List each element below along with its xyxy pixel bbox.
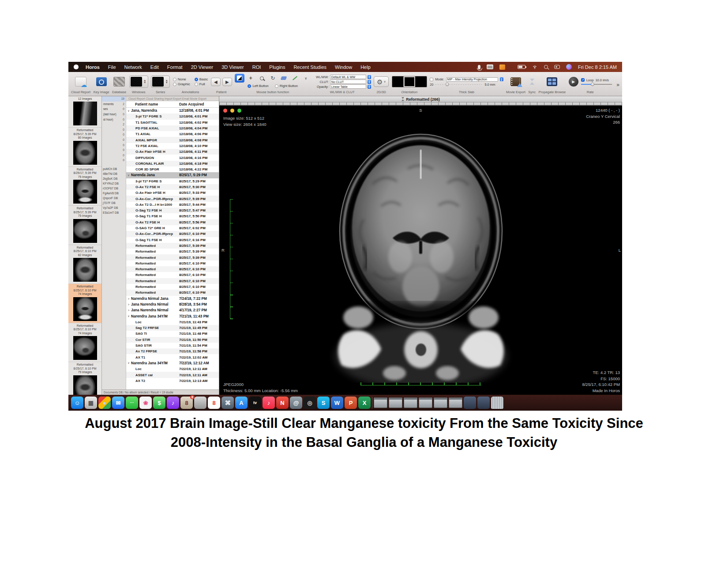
orientation-sagittal-button[interactable] [415, 76, 427, 87]
album-row[interactable]: 0 [102, 153, 126, 158]
toolbar-overflow-chevron[interactable]: » [615, 82, 619, 88]
orientation-coronal-button[interactable] [404, 76, 415, 87]
column-date-acquired[interactable]: Date Acquired [179, 102, 219, 106]
series-row[interactable]: O-Ax T2 FSE H8/25/17, 5:56 PM [126, 219, 219, 225]
menu-item-help[interactable]: Help [360, 64, 371, 70]
next-patient-button[interactable]: ▶ [222, 78, 232, 86]
album-row[interactable]: 0 [102, 147, 126, 153]
dock-utility-gray[interactable] [194, 397, 206, 409]
microphone-icon[interactable] [478, 65, 480, 69]
series-row[interactable]: O-Ax Flair irFSE H8/25/17, 5:33 PM [126, 190, 219, 196]
shared-database-row[interactable]: 4BeTNi DB [102, 172, 126, 177]
shared-database-row[interactable]: puMCh DB [102, 167, 126, 172]
shared-database-row[interactable]: rOOF67 DB [102, 187, 126, 192]
zoom-window-button[interactable] [237, 109, 241, 113]
close-button[interactable] [223, 109, 227, 113]
menu-clock[interactable]: Fri Dec 8 2:15 AM [578, 64, 617, 70]
viewer-canvas[interactable]: Image size: 512 x 512 View size: 2604 x … [219, 106, 622, 395]
dock-minimized-window[interactable] [374, 397, 387, 408]
series-thumbnail[interactable]: Reformatted8/25/17, 6:10 PM82 Images [68, 245, 101, 284]
dock-skype[interactable]: S [317, 397, 330, 409]
series-row[interactable]: SAG TI7/21/19, 11:48 PM [126, 331, 219, 336]
menu-item-network[interactable]: Network [124, 64, 142, 70]
series-row[interactable]: O-Ax-Cor...PGR-IRprep8/25/17, 5:39 PM [126, 196, 219, 201]
shared-database-row[interactable]: KFYRvZ DB [102, 182, 126, 187]
shared-database-row[interactable]: QnpcxF DB [102, 196, 126, 201]
series-row[interactable]: Reformatted8/25/17, 6:10 PM [126, 266, 219, 272]
series-dropdown[interactable]: ▲▼ [151, 76, 170, 88]
files-icon[interactable] [499, 64, 505, 70]
dock-minimized-window[interactable] [389, 397, 402, 408]
disclosure-triangle[interactable]: > [126, 309, 131, 312]
column-patient-name[interactable]: Patient name [126, 102, 179, 106]
dock-finder[interactable]: ☺ [71, 397, 83, 409]
disclosure-triangle[interactable]: > [126, 303, 131, 306]
dock-powerpoint[interactable]: P [345, 397, 357, 409]
opacity-select[interactable]: Linear Table [330, 84, 366, 89]
dock-word[interactable]: W [331, 397, 343, 409]
annotations-full-radio[interactable]: Full [195, 82, 208, 86]
stepper-icon[interactable]: ▲▼ [368, 80, 371, 84]
disclosure-triangle[interactable]: ∨ [126, 174, 131, 177]
left-button-radio[interactable]: Left Button [248, 84, 268, 88]
dock-launchpad[interactable]: ▦ [85, 397, 97, 409]
annotations-basic-radio[interactable]: Basic [195, 77, 208, 81]
thick-slab-mode-checkbox[interactable] [430, 78, 433, 81]
shared-database-row[interactable]: ESs1mT DB [102, 211, 126, 216]
series-thumbnail[interactable]: Reformatted8/25/17, 5:39 PM75 Images [68, 167, 101, 206]
series-row[interactable]: Sag T2 FRFSE7/21/19, 11:45 PM [126, 325, 219, 331]
series-row[interactable]: Cor STIR7/21/19, 11:50 PM [126, 337, 219, 343]
disclosure-triangle[interactable]: ∨ [126, 109, 131, 113]
dock-obs[interactable]: ◎ [304, 397, 316, 409]
album-row[interactable]: 0 [102, 142, 126, 147]
menu-item-edit[interactable]: Edit [150, 64, 159, 70]
disclosure-triangle[interactable]: ∨ [126, 314, 131, 318]
patient-study-row[interactable]: ∨Narendra Jana 34Y/M7/21/19, 11:43 PM [126, 313, 219, 319]
shared-database-row[interactable]: j7D7F DB [102, 201, 126, 206]
orientation-axial-button[interactable] [392, 76, 404, 87]
archive-icon[interactable] [487, 64, 493, 69]
play-button[interactable]: ▶ [569, 77, 578, 87]
database-icon[interactable] [113, 77, 125, 87]
browse-windows-icon[interactable] [547, 77, 557, 86]
rate-slider[interactable] [581, 83, 612, 86]
series-row[interactable]: Reformatted8/25/17, 5:39 PM [126, 243, 219, 249]
album-row[interactable]: 0 [102, 127, 126, 132]
disclosure-triangle[interactable]: > [126, 297, 131, 300]
series-thumbnail[interactable]: Reformatted8/25/17, 6:10 PM74 Images [68, 323, 101, 362]
album-row[interactable]: mments2 [102, 102, 126, 107]
wlww-tool-button[interactable] [235, 74, 244, 83]
series-row[interactable]: DIFFUSION12/18/08, 4:16 PM [126, 155, 219, 160]
dock-itunes[interactable]: ♪ [167, 397, 179, 409]
album-row[interactable]: 0 [102, 158, 126, 163]
dock-tv[interactable]: tv [249, 397, 261, 409]
dock-trash[interactable] [491, 397, 503, 409]
dock-music[interactable]: ♪ [263, 397, 275, 409]
series-row[interactable]: O-Ax Flair irFSE H12/18/08, 4:11 PM [126, 149, 219, 155]
stepper-icon[interactable]: ▲▼ [500, 77, 503, 81]
series-row[interactable]: O-Sag T1 FSE H8/25/17, 5:50 PM [126, 213, 219, 219]
apple-menu-icon[interactable] [74, 64, 79, 69]
more-tools-chevron[interactable]: ∨ [301, 74, 311, 83]
menu-item-horos[interactable]: Horos [86, 64, 100, 70]
key-image-icon[interactable] [96, 77, 107, 86]
dock-cash[interactable]: $ [153, 397, 165, 409]
menu-item-plugins[interactable]: Plugins [269, 64, 285, 70]
series-row[interactable]: Reformatted8/25/17, 6:10 PM [126, 284, 219, 290]
windows-dropdown[interactable]: ▲▼ [129, 76, 148, 88]
wifi-icon[interactable] [532, 65, 538, 69]
dock-photos[interactable]: ❀ [139, 397, 152, 409]
sync-hourglass-icon[interactable] [530, 79, 534, 85]
patient-study-row[interactable]: ∨Narendra Jana 34Y/M7/22/19, 12:12 AM [126, 360, 219, 366]
dock-minimized-window[interactable] [449, 397, 462, 408]
patient-study-row[interactable]: >Jana Narendra Nirmal4/17/19, 2:27 PM [126, 307, 219, 313]
series-row[interactable]: Loc7/21/19, 11:43 PM [126, 319, 219, 325]
menu-item-file[interactable]: File [108, 64, 116, 70]
controlcenter-icon[interactable] [554, 65, 560, 69]
measure-tool-button[interactable] [290, 74, 300, 83]
series-row[interactable]: Ax T2 FRFSE7/21/19, 11:58 PM [126, 348, 219, 354]
album-row[interactable]: ses0 [102, 106, 126, 112]
wlww-select[interactable]: Default WL & WW [330, 75, 366, 79]
dock-minimized-window[interactable] [404, 397, 417, 408]
loop-checkbox[interactable] [581, 78, 585, 82]
